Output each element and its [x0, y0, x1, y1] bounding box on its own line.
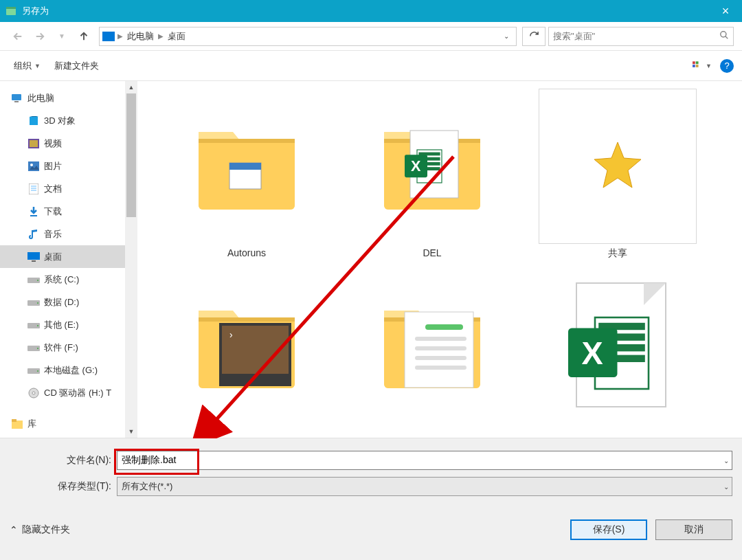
tree-node-3[interactable]: 图片	[0, 155, 125, 177]
breadcrumb[interactable]: ▶ 此电脑 ▶ 桌面 ⌄	[99, 27, 517, 46]
svg-point-26	[37, 325, 38, 326]
music-icon	[27, 229, 40, 240]
file-label: 共享	[608, 247, 627, 260]
svg-rect-37	[229, 163, 261, 170]
save-button[interactable]: 保存(S)	[570, 519, 647, 540]
tree-label: 软件 (F:)	[44, 341, 78, 354]
organize-button[interactable]: 组织▼	[8, 57, 46, 75]
svg-rect-3	[693, 61, 695, 64]
tree-label: 此电脑	[27, 92, 54, 104]
chevron-right-icon: ▶	[117, 32, 123, 40]
back-button[interactable]	[8, 27, 27, 46]
filename-label: 文件名(N):	[10, 454, 117, 467]
file-thumb	[166, 88, 328, 245]
tree-node-2[interactable]: 视频	[0, 132, 125, 155]
tree-node-4[interactable]: 文档	[0, 177, 125, 200]
tree-node-8[interactable]: 系统 (C:)	[0, 268, 125, 291]
svg-rect-53	[425, 324, 463, 330]
file-thumb	[351, 267, 513, 423]
3d-icon	[27, 115, 40, 126]
svg-rect-1	[6, 7, 16, 9]
file-thumb: X	[351, 88, 513, 245]
filetype-label: 保存类型(T):	[10, 480, 117, 493]
hide-folders-toggle[interactable]: ⌃ 隐藏文件夹	[10, 524, 70, 536]
tree-label: 其他 (E:)	[44, 319, 79, 331]
file-thumb: X	[537, 267, 699, 423]
filetype-field[interactable]: 所有文件(*.*) ⌄	[117, 477, 732, 496]
crumb-pc[interactable]: 此电脑	[124, 30, 157, 43]
search-box[interactable]	[548, 27, 734, 46]
tree-node-0[interactable]: 此电脑	[0, 87, 125, 109]
recent-dropdown[interactable]: ▼	[52, 27, 71, 46]
toolbar: 组织▼ 新建文件夹 ▼ ?	[0, 51, 742, 81]
file-item-4[interactable]	[339, 267, 525, 438]
svg-rect-54	[415, 337, 466, 341]
scroll-up-icon[interactable]: ▲	[125, 81, 137, 93]
refresh-button[interactable]	[522, 27, 546, 46]
sidebar-scrollbar[interactable]: ▲ ▼	[125, 81, 137, 438]
filename-field[interactable]: ⌄	[117, 451, 732, 470]
svg-rect-8	[14, 101, 19, 102]
svg-rect-5	[693, 65, 695, 67]
file-item-5[interactable]: X	[525, 267, 710, 438]
view-mode-button[interactable]: ▼	[693, 58, 712, 74]
lib-icon	[11, 418, 23, 429]
file-area[interactable]: AutorunsXDEL共享›X	[137, 81, 742, 438]
file-thumb	[537, 88, 699, 245]
tree-node-9[interactable]: 数据 (D:)	[0, 291, 125, 313]
svg-point-32	[32, 392, 35, 394]
desktop-icon	[27, 251, 40, 262]
tree-node-6[interactable]: 音乐	[0, 223, 125, 245]
file-item-1[interactable]: XDEL	[339, 88, 525, 267]
drive-icon	[27, 274, 40, 285]
file-item-3[interactable]: ›	[154, 267, 339, 438]
tree-node-5[interactable]: 下载	[0, 200, 125, 223]
scroll-thumb[interactable]	[126, 93, 136, 217]
breadcrumb-dropdown[interactable]: ⌄	[499, 32, 513, 40]
download-icon	[27, 206, 40, 217]
document-icon	[27, 183, 40, 194]
filename-input[interactable]	[122, 455, 728, 466]
file-label: DEL	[423, 247, 441, 258]
forward-button[interactable]	[30, 27, 49, 46]
svg-rect-47	[199, 317, 295, 322]
filetype-dropdown-icon[interactable]: ⌄	[723, 483, 729, 491]
tree-node-14[interactable]: 库	[0, 412, 125, 435]
up-button[interactable]	[74, 27, 93, 46]
scroll-down-icon[interactable]: ▼	[125, 425, 137, 438]
tree-node-7[interactable]: 桌面	[0, 245, 125, 268]
svg-rect-19	[27, 252, 40, 260]
crumb-desktop[interactable]: 桌面	[165, 30, 188, 43]
svg-rect-9	[30, 117, 38, 125]
chevron-up-icon: ⌃	[10, 524, 18, 535]
app-icon	[5, 5, 16, 16]
help-button[interactable]: ?	[720, 59, 734, 73]
tree-node-1[interactable]: 3D 对象	[0, 109, 125, 132]
tree-label: CD 驱动器 (H:) T	[44, 387, 111, 399]
new-folder-button[interactable]: 新建文件夹	[49, 57, 104, 75]
filename-dropdown-icon[interactable]: ⌄	[723, 457, 729, 464]
tree-node-13[interactable]: CD 驱动器 (H:) T	[0, 381, 125, 404]
tree-node-12[interactable]: 本地磁盘 (G:)	[0, 359, 125, 381]
svg-rect-57	[415, 366, 466, 370]
svg-text:›: ›	[229, 329, 233, 340]
tree-label: 数据 (D:)	[44, 296, 79, 309]
svg-rect-35	[199, 139, 295, 143]
svg-point-22	[37, 280, 38, 281]
search-input[interactable]	[553, 31, 719, 41]
tree-node-11[interactable]: 软件 (F:)	[0, 336, 125, 359]
cancel-button[interactable]: 取消	[655, 519, 732, 540]
tree-label: 库	[27, 418, 36, 430]
sidebar: 此电脑3D 对象视频图片文档下载音乐桌面系统 (C:)数据 (D:)其他 (E:…	[0, 81, 137, 438]
close-button[interactable]: ×	[709, 0, 742, 22]
file-item-0[interactable]: Autoruns	[154, 88, 339, 267]
navbar: ▼ ▶ 此电脑 ▶ 桌面 ⌄	[0, 22, 742, 51]
svg-rect-14	[29, 183, 38, 194]
file-item-2[interactable]: 共享	[525, 88, 710, 267]
search-icon[interactable]	[719, 30, 729, 42]
tree-label: 桌面	[44, 251, 62, 263]
tree-label: 本地磁盘 (G:)	[44, 364, 98, 377]
tree-node-10[interactable]: 其他 (E:)	[0, 313, 125, 336]
tree-label: 文档	[44, 183, 62, 195]
drive-icon	[27, 297, 40, 308]
